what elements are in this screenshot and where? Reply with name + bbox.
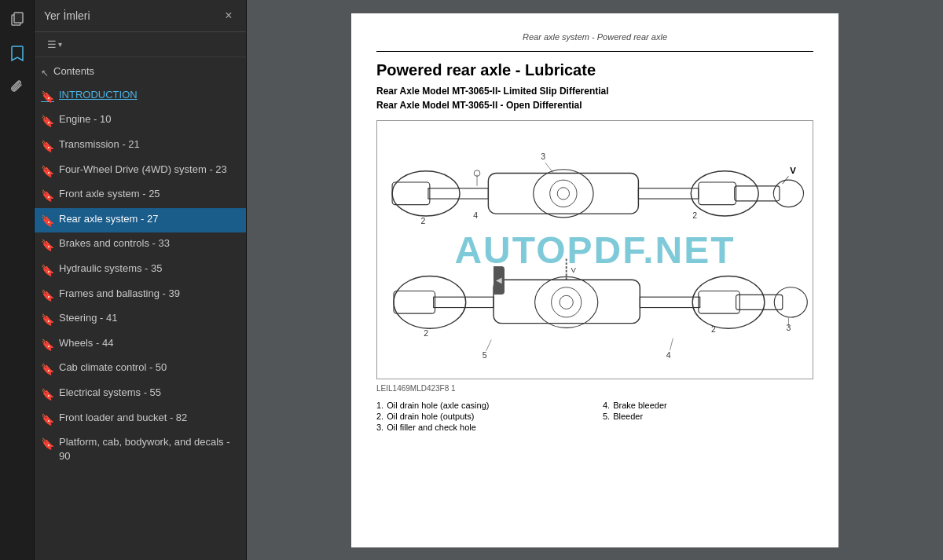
bookmark-icon: 🔖	[41, 214, 54, 229]
sidebar-item-transmission[interactable]: 🔖 Transmission - 21	[35, 134, 246, 159]
axle-diagram: V 3 2 4 2 V	[376, 120, 813, 379]
bookmark-icon: 🔖	[41, 338, 54, 353]
svg-rect-11	[699, 182, 736, 205]
legend-item-1: 1. Oil drain hole (axle casing)	[376, 401, 587, 410]
main-content: ◀ Rear axle system - Powered rear axle P…	[247, 0, 943, 560]
sidebar-item-label: Four-Wheel Drive (4WD) system - 23	[59, 163, 227, 177]
sidebar-item-cab-climate[interactable]: 🔖 Cab climate control - 50	[35, 357, 246, 382]
sidebar-item-label: Front loader and bucket - 82	[59, 411, 187, 425]
sidebar-item-label: INTRODUCTION	[59, 88, 138, 102]
legend-item-2: 2. Oil drain hole (outputs)	[376, 412, 587, 421]
sidebar-item-hydraulic[interactable]: 🔖 Hydraulic systems - 35	[35, 258, 246, 283]
svg-point-27	[560, 295, 573, 309]
legend-item-3: 3. Oil filler and check hole	[376, 423, 587, 432]
sidebar-item-four-wheel-drive[interactable]: 🔖 Four-Wheel Drive (4WD) system - 23	[35, 159, 246, 184]
legend-text: Oil drain hole (axle casing)	[387, 401, 489, 410]
svg-text:2: 2	[692, 210, 697, 219]
svg-text:V: V	[790, 165, 796, 174]
legend-text: Oil drain hole (outputs)	[387, 412, 474, 421]
sidebar-item-brakes[interactable]: 🔖 Brakes and controls - 33	[35, 232, 246, 258]
sidebar-item-engine[interactable]: 🔖 Engine - 10	[35, 108, 246, 134]
legend-item-empty	[603, 423, 813, 432]
legend-num: 3.	[376, 423, 383, 432]
cursor-icon: ↖	[41, 67, 49, 80]
svg-rect-3	[392, 182, 430, 205]
bookmark-icon: 🔖	[41, 164, 54, 180]
svg-point-2	[392, 170, 460, 215]
sidebar-item-label: Cab climate control - 50	[59, 361, 167, 375]
sidebar-item-electrical[interactable]: 🔖 Electrical systems - 55	[35, 382, 246, 407]
sidebar-view-button[interactable]: ☰ ▾	[44, 37, 65, 52]
subtitle-1: Rear Axle Model MT-3065-II- Limited Slip…	[376, 86, 813, 97]
sidebar-item-label: Contents	[53, 64, 94, 79]
sidebar-item-steering[interactable]: 🔖 Steering - 41	[35, 307, 246, 332]
sidebar-item-front-axle[interactable]: 🔖 Front axle system - 25	[35, 183, 246, 208]
svg-point-6	[534, 169, 593, 217]
svg-text:V: V	[571, 265, 576, 273]
sidebar-item-label: Wheels - 44	[59, 336, 113, 350]
legend-text: Oil filler and check hole	[387, 423, 476, 432]
svg-rect-9	[638, 188, 698, 198]
svg-point-21	[394, 276, 466, 328]
svg-text:5: 5	[483, 350, 487, 360]
svg-text:2: 2	[424, 328, 428, 337]
svg-text:2: 2	[420, 215, 425, 225]
bookmark-icon: 🔖	[41, 238, 54, 254]
sidebar-item-front-loader[interactable]: 🔖 Front loader and bucket - 82	[35, 407, 246, 432]
sidebar-collapse-button[interactable]: ◀	[494, 266, 505, 295]
page-header: Rear axle system - Powered rear axle	[376, 32, 813, 42]
svg-rect-22	[394, 291, 435, 313]
sidebar-item-wheels[interactable]: 🔖 Wheels - 44	[35, 332, 246, 357]
legend-item-4: 4. Brake bleeder	[603, 401, 813, 410]
copy-icon[interactable]	[5, 6, 30, 31]
sidebar-item-contents[interactable]: ↖ Contents	[35, 60, 246, 84]
bookmark-icon: 🔖	[41, 313, 54, 328]
sidebar-toolbar: ☰ ▾	[35, 32, 246, 57]
svg-point-25	[535, 276, 598, 328]
bookmark-icon: 🔖	[41, 114, 54, 130]
sidebar-item-label: Front axle system - 25	[59, 187, 160, 201]
svg-text:4: 4	[666, 350, 671, 360]
page-divider	[376, 51, 813, 52]
legend-text: Bleeder	[613, 412, 643, 421]
sidebar-item-rear-axle[interactable]: 🔖 Rear axle system - 27	[35, 208, 246, 233]
svg-text:4: 4	[473, 210, 478, 219]
sidebar-item-label: Frames and ballasting - 39	[59, 287, 180, 301]
svg-point-10	[691, 170, 758, 215]
sidebar-item-label: Hydraulic systems - 35	[59, 262, 162, 276]
sidebar-close-button[interactable]: ×	[221, 8, 237, 24]
bookmark-icon: 🔖	[41, 412, 54, 428]
sidebar-item-platform[interactable]: 🔖 Platform, cab, bodywork, and decals - …	[35, 431, 246, 467]
sidebar-item-introduction[interactable]: 🔖 INTRODUCTION	[35, 84, 246, 109]
sidebar-panel: Yer İmleri × ☰ ▾ ↖ Contents 🔖 INTRODUCTI…	[35, 0, 247, 560]
legend-num: 4.	[603, 401, 610, 410]
svg-rect-1	[14, 13, 23, 23]
bookmark-icon: 🔖	[41, 139, 54, 155]
svg-text:3: 3	[541, 152, 545, 161]
svg-point-31	[692, 276, 765, 328]
section-title: Powered rear axle - Lubricate	[376, 61, 813, 79]
svg-point-26	[552, 287, 582, 317]
sidebar-item-label: Platform, cab, bodywork, and decals - 90	[59, 435, 238, 463]
bookmark-icon: 🔖	[41, 263, 54, 279]
sidebar-items-list: ↖ Contents 🔖 INTRODUCTION 🔖 Engine - 10 …	[35, 57, 246, 560]
sidebar-item-label: Engine - 10	[59, 112, 112, 126]
document-page: Rear axle system - Powered rear axle Pow…	[351, 13, 838, 547]
sidebar-item-frames[interactable]: 🔖 Frames and ballasting - 39	[35, 283, 246, 308]
left-toolbar	[0, 0, 35, 560]
svg-line-40	[670, 338, 673, 350]
bookmark-icon: 🔖	[41, 188, 54, 204]
diagram-caption: LEIL1469MLD423F8 1	[376, 384, 813, 393]
sidebar-item-label: Transmission - 21	[59, 137, 140, 152]
paperclip-icon[interactable]	[5, 75, 30, 101]
svg-point-7	[550, 180, 577, 207]
svg-rect-32	[699, 291, 740, 313]
svg-line-37	[486, 339, 492, 350]
bookmark-icon: 🔖	[41, 362, 54, 378]
bookmark-nav-icon[interactable]	[5, 41, 30, 66]
bookmark-icon: 🔖	[41, 437, 54, 452]
legend-num: 2.	[376, 412, 383, 421]
sidebar-title: Yer İmleri	[44, 9, 90, 22]
legend-grid: 1. Oil drain hole (axle casing) 4. Brake…	[376, 401, 813, 432]
svg-rect-4	[428, 188, 488, 198]
